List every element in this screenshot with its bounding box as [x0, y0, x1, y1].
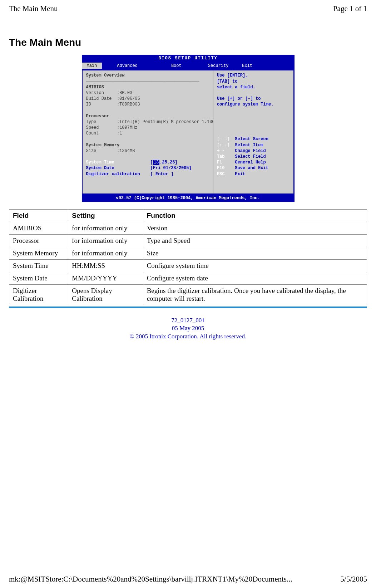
doc-footer: 72_0127_001 05 May 2005 © 2005 Itronix C… [0, 317, 376, 340]
cell-setting: for information only [68, 222, 143, 235]
doc-footer-l3: © 2005 Itronix Corporation. All rights r… [0, 333, 376, 340]
bios-title: BIOS SETUP UTILITY [82, 55, 295, 62]
bios-right-pane: Use [ENTER], [TAB] to select a field. Us… [213, 70, 294, 193]
cell-setting: MM/DD/YYYY [68, 272, 143, 285]
bios-id-label: ID [86, 102, 91, 107]
cell-function: Size [143, 247, 367, 260]
bios-k6b: Save and Exit [235, 166, 268, 171]
bios-k5a: F1 [217, 160, 222, 165]
bios-spd-val: :1097MHz [117, 125, 138, 130]
table-row: Processor for information only Type and … [9, 235, 367, 247]
bios-k7b: Exit [235, 172, 245, 177]
bios-cnt-val: :1 [117, 131, 122, 136]
bios-help1: Use [ENTER], [217, 73, 290, 78]
bios-tab-main: Main [82, 63, 102, 69]
table-row: System Time HH:MM:SS Configure system ti… [9, 260, 367, 272]
bios-ver-val: :RB.03 [117, 90, 132, 95]
bios-tab-exit: Exit [237, 63, 257, 69]
table-header-row: Field Setting Function [9, 210, 367, 222]
bios-help2: [TAB] to [217, 79, 290, 84]
bios-k7a: ESC [217, 172, 225, 177]
bios-sysdate-label: System Date [86, 166, 114, 171]
bios-tabs: Main Advanced Boot Security Exit [82, 62, 295, 70]
cell-function: Configure system date [143, 272, 367, 285]
bios-k4b: Select Field [235, 154, 266, 159]
bottom-bar: mk:@MSITStore:C:\Documents%20and%20Setti… [9, 575, 367, 584]
fields-table: Field Setting Function AMIBIOS for infor… [9, 209, 367, 305]
bios-k5b: General Help [235, 160, 266, 165]
bios-ami-head: AMIBIOS [86, 84, 209, 90]
bios-k2a: [↑ ↓] [217, 143, 230, 148]
bios-spd-label: Speed [86, 125, 99, 130]
bios-systime-rest: .25.26] [159, 160, 177, 165]
bios-proc-head: Processor [86, 113, 209, 119]
cell-function: Begins the digitizer calibration. Once y… [143, 285, 367, 305]
cell-field: System Date [9, 272, 68, 285]
bios-k4a: Tab [217, 154, 225, 159]
table-row: System Date MM/DD/YYYY Configure system … [9, 272, 367, 285]
separator-rule [9, 307, 367, 308]
bios-systime-label: System Time [86, 160, 114, 165]
cell-function: Type and Speed [143, 235, 367, 247]
cell-function: Configure system time [143, 260, 367, 272]
cell-setting: HH:MM:SS [68, 260, 143, 272]
cell-field: Digitizer Calibration [9, 285, 68, 305]
bios-help3: select a field. [217, 84, 290, 90]
bios-k1b: Select Screen [235, 137, 268, 142]
bios-tab-advanced: Advanced [112, 63, 143, 69]
bios-digi-label: Digitizer calibration [86, 172, 140, 177]
cell-field: System Memory [9, 247, 68, 260]
table-row: System Memory for information only Size [9, 247, 367, 260]
bios-cnt-label: Count [86, 131, 99, 136]
doc-footer-l2: 05 May 2005 [0, 324, 376, 332]
th-setting: Setting [68, 210, 143, 222]
th-function: Function [143, 210, 367, 222]
bios-type-val: :Intel(R) Pentium(R) M processor 1.10GHz [117, 119, 220, 124]
header-bar: The Main Menu Page 1 of 1 [0, 0, 376, 15]
bios-ver-label: Version [86, 90, 104, 95]
bios-id-val: :T8DRB003 [117, 102, 140, 107]
bios-tab-boot: Boot [166, 63, 187, 69]
bios-left-pane: System Overview ────────────────────────… [83, 70, 213, 193]
bios-overview: System Overview [86, 73, 209, 78]
th-field: Field [9, 210, 68, 222]
bottom-path: mk:@MSITStore:C:\Documents%20and%20Setti… [9, 575, 292, 584]
bios-sysdate-val: [Fri 01/28/2005] [150, 166, 192, 171]
bios-k1a: [← →] [217, 137, 230, 142]
cell-setting: for information only [68, 235, 143, 247]
bios-mem-head: System Memory [86, 142, 209, 148]
doc-footer-l1: 72_0127_001 [0, 317, 376, 324]
bios-k2b: Select Item [235, 143, 263, 148]
bios-size-val: :1264MB [117, 148, 135, 153]
bios-footer: v02.57 (C)Copyright 1985-2004, American … [82, 194, 295, 202]
table-row: AMIBIOS for information only Version [9, 222, 367, 235]
bios-digi-val: [ Enter ] [150, 172, 174, 177]
bios-k3b: Change Field [235, 148, 266, 153]
page-title: The Main Menu [9, 37, 367, 48]
bios-size-label: Size [86, 148, 97, 153]
bios-k6a: F10 [217, 166, 225, 171]
bios-screenshot-wrap: BIOS SETUP UTILITY Main Advanced Boot Se… [9, 55, 367, 202]
cell-field: AMIBIOS [9, 222, 68, 235]
bios-k3a: + - [217, 148, 225, 153]
bottom-date: 5/5/2005 [340, 575, 367, 584]
header-page: Page 1 of 1 [333, 4, 367, 13]
cell-function: Version [143, 222, 367, 235]
bios-bd-val: :01/06/05 [117, 96, 140, 101]
bios-tab-security: Security [203, 63, 234, 69]
cell-setting: Opens Display Calibration [68, 285, 143, 305]
cell-field: System Time [9, 260, 68, 272]
bios-help5: configure system Time. [217, 102, 290, 107]
header-title: The Main Menu [9, 4, 58, 13]
bios-screenshot: BIOS SETUP UTILITY Main Advanced Boot Se… [82, 55, 295, 202]
bios-bd-label: Build Date [86, 96, 112, 101]
bios-type-label: Type [86, 119, 97, 124]
bios-help4: Use [+] or [-] to [217, 96, 290, 102]
table-row: Digitizer Calibration Opens Display Cali… [9, 285, 367, 305]
cell-field: Processor [9, 235, 68, 247]
cell-setting: for information only [68, 247, 143, 260]
bios-systime-hh: 13 [153, 160, 159, 165]
